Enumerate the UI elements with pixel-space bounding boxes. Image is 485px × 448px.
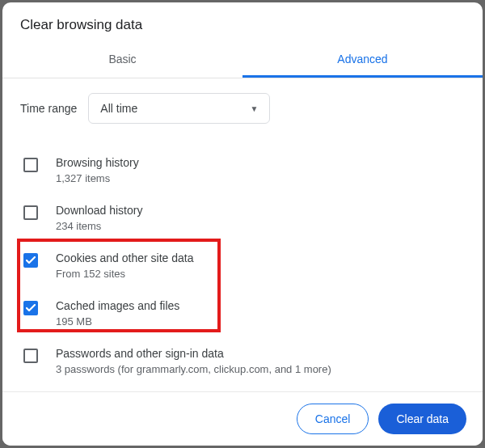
checkbox-passwords[interactable] bbox=[23, 349, 38, 363]
cancel-button[interactable]: Cancel bbox=[297, 404, 369, 434]
tabs: Basic Advanced bbox=[2, 44, 483, 78]
checkbox-download-history[interactable] bbox=[23, 205, 38, 220]
item-download-history[interactable]: Download history 234 items bbox=[20, 194, 465, 242]
item-passwords[interactable]: Passwords and other sign-in data 3 passw… bbox=[20, 337, 465, 385]
time-range-select[interactable]: All time ▼ bbox=[88, 93, 270, 124]
item-autofill[interactable]: Autofill form data bbox=[20, 385, 465, 391]
item-sub: From 152 sites bbox=[56, 268, 193, 280]
item-sub: 3 passwords (for grammarly.com, clickup.… bbox=[56, 363, 331, 375]
item-title: Download history bbox=[56, 204, 142, 217]
item-sub: 195 MB bbox=[56, 315, 179, 328]
content-scroll[interactable]: Time range All time ▼ Browsing history 1… bbox=[2, 78, 483, 391]
time-range-row: Time range All time ▼ bbox=[20, 93, 465, 124]
dialog-title: Clear browsing data bbox=[2, 2, 483, 44]
time-range-selected: All time bbox=[100, 102, 137, 115]
item-sub: 234 items bbox=[56, 220, 142, 232]
item-sub: 1,327 items bbox=[56, 172, 139, 184]
item-cookies[interactable]: Cookies and other site data From 152 sit… bbox=[20, 242, 465, 290]
item-title: Cached images and files bbox=[56, 299, 179, 312]
item-title: Passwords and other sign-in data bbox=[56, 347, 331, 360]
clear-browsing-data-dialog: Clear browsing data Basic Advanced Time … bbox=[2, 2, 483, 446]
checkbox-browsing-history[interactable] bbox=[23, 158, 38, 172]
tab-advanced[interactable]: Advanced bbox=[242, 44, 483, 78]
item-title: Browsing history bbox=[56, 156, 139, 169]
tab-basic[interactable]: Basic bbox=[2, 44, 242, 78]
checkbox-cache[interactable] bbox=[23, 301, 38, 315]
item-browsing-history[interactable]: Browsing history 1,327 items bbox=[20, 146, 465, 194]
clear-data-button[interactable]: Clear data bbox=[378, 404, 466, 434]
item-cache[interactable]: Cached images and files 195 MB bbox=[20, 290, 465, 337]
chevron-down-icon: ▼ bbox=[250, 104, 258, 113]
time-range-label: Time range bbox=[20, 102, 77, 115]
checkbox-cookies[interactable] bbox=[23, 253, 38, 268]
dialog-footer: Cancel Clear data bbox=[2, 391, 483, 446]
item-title: Cookies and other site data bbox=[56, 251, 193, 264]
items-list: Browsing history 1,327 items Download hi… bbox=[20, 146, 465, 391]
content-wrap: Time range All time ▼ Browsing history 1… bbox=[2, 78, 483, 391]
